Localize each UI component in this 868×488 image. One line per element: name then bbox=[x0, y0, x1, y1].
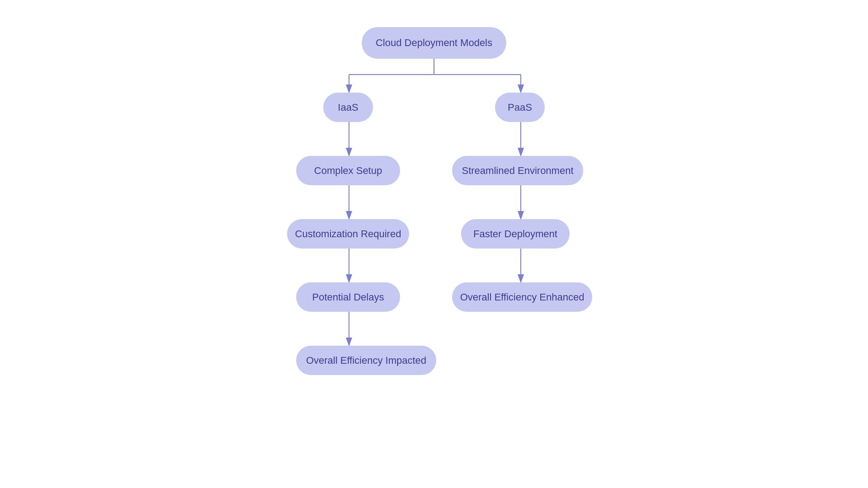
complex-setup-node: Complex Setup bbox=[296, 156, 400, 185]
potential-delays-node: Potential Delays bbox=[296, 282, 400, 312]
root-node: Cloud Deployment Models bbox=[362, 27, 506, 59]
paas-node: PaaS bbox=[495, 93, 545, 122]
faster-deployment-node: Faster Deployment bbox=[461, 219, 570, 249]
customization-node: Customization Required bbox=[287, 219, 409, 249]
overall-enhanced-node: Overall Efficiency Enhanced bbox=[452, 282, 592, 312]
overall-impacted-node: Overall Efficiency Impacted bbox=[296, 346, 436, 375]
diagram-container: Cloud Deployment Models IaaS PaaS Comple… bbox=[231, 23, 637, 465]
streamlined-node: Streamlined Environment bbox=[452, 156, 583, 185]
iaas-node: IaaS bbox=[323, 93, 373, 122]
